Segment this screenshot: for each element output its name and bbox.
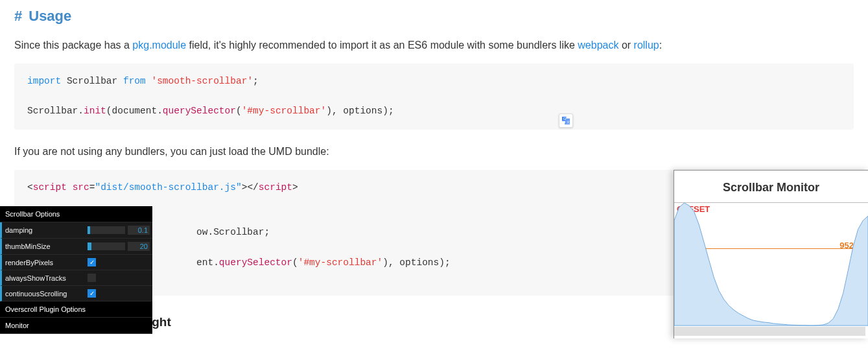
checkbox[interactable]: ✓ <box>88 258 96 266</box>
intro-paragraph: Since this package has a pkg.module fiel… <box>14 38 854 53</box>
svg-text:G: G <box>563 117 566 121</box>
slider[interactable] <box>88 226 125 234</box>
code-block-es6: import Scrollbar from 'smooth-scrollbar'… <box>14 64 854 130</box>
scrollbar-monitor-panel[interactable]: Scrollbar Monitor OFFSET 952.00 152.00 <box>674 170 868 338</box>
option-row-damping[interactable]: damping0.1 <box>0 222 152 239</box>
svg-text:文: 文 <box>567 120 570 124</box>
heading-hash: # <box>14 8 22 24</box>
option-row-thumbMinSize[interactable]: thumbMinSize20 <box>0 239 152 255</box>
section-scrollbar-options[interactable]: Scrollbar Options <box>0 206 152 222</box>
heading-text: Usage <box>29 8 71 24</box>
option-row-alwaysShowTracks[interactable]: alwaysShowTracks <box>0 270 152 286</box>
translate-icon[interactable]: G文 <box>559 113 573 128</box>
checkbox[interactable]: ✓ <box>88 289 96 298</box>
rollup-link[interactable]: rollup <box>634 40 659 51</box>
option-label: thumbMinSize <box>3 242 88 250</box>
number-input[interactable]: 0.1 <box>128 226 150 235</box>
checkbox[interactable] <box>88 274 96 282</box>
slider[interactable] <box>88 242 125 250</box>
option-row-renderByPixels[interactable]: renderByPixels✓ <box>0 255 152 270</box>
webpack-link[interactable]: webpack <box>578 40 618 51</box>
section-overscroll-options[interactable]: Overscroll Plugin Options <box>0 301 152 318</box>
monitor-scrollbar[interactable] <box>674 327 865 336</box>
option-label: renderByPixels <box>3 259 88 266</box>
monitor-chart: OFFSET 952.00 152.00 <box>674 202 868 338</box>
umd-paragraph: If you are not using any bundlers, you c… <box>14 144 854 159</box>
number-input[interactable]: 20 <box>128 242 150 251</box>
options-panel[interactable]: Scrollbar Options damping0.1thumbMinSize… <box>0 206 152 334</box>
section-heading: #Usage <box>14 8 854 25</box>
option-row-continuousScrolling[interactable]: continuousScrolling✓ <box>0 286 152 301</box>
pkg-module-link[interactable]: pkg.module <box>132 40 186 51</box>
monitor-title: Scrollbar Monitor <box>674 171 868 202</box>
option-label: damping <box>3 226 88 234</box>
option-label: alwaysShowTracks <box>3 274 88 282</box>
section-monitor[interactable]: Monitor <box>0 318 152 334</box>
option-label: continuousScrolling <box>3 290 88 298</box>
